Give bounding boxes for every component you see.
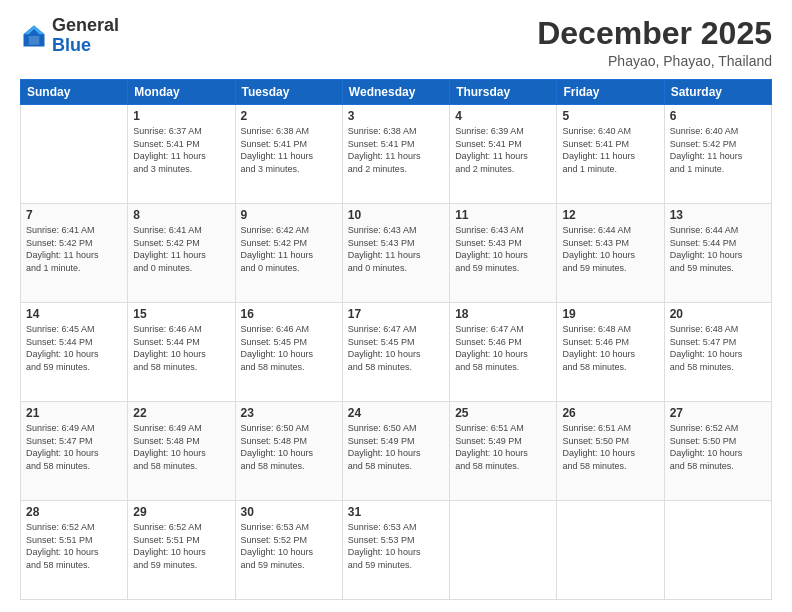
calendar-cell: 17Sunrise: 6:47 AMSunset: 5:45 PMDayligh… [342,303,449,402]
svg-rect-2 [29,36,40,45]
day-info: Sunrise: 6:44 AMSunset: 5:43 PMDaylight:… [562,224,658,274]
col-header-friday: Friday [557,80,664,105]
day-number: 21 [26,406,122,420]
logo-general-text: General [52,15,119,35]
calendar-cell: 15Sunrise: 6:46 AMSunset: 5:44 PMDayligh… [128,303,235,402]
col-header-monday: Monday [128,80,235,105]
day-info: Sunrise: 6:44 AMSunset: 5:44 PMDaylight:… [670,224,766,274]
logo: General Blue [20,16,119,56]
day-number: 20 [670,307,766,321]
calendar-cell: 27Sunrise: 6:52 AMSunset: 5:50 PMDayligh… [664,402,771,501]
calendar-cell: 4Sunrise: 6:39 AMSunset: 5:41 PMDaylight… [450,105,557,204]
calendar-cell: 21Sunrise: 6:49 AMSunset: 5:47 PMDayligh… [21,402,128,501]
calendar-cell: 16Sunrise: 6:46 AMSunset: 5:45 PMDayligh… [235,303,342,402]
calendar-cell: 9Sunrise: 6:42 AMSunset: 5:42 PMDaylight… [235,204,342,303]
calendar-cell: 26Sunrise: 6:51 AMSunset: 5:50 PMDayligh… [557,402,664,501]
day-number: 1 [133,109,229,123]
calendar-cell: 28Sunrise: 6:52 AMSunset: 5:51 PMDayligh… [21,501,128,600]
day-number: 22 [133,406,229,420]
day-info: Sunrise: 6:52 AMSunset: 5:51 PMDaylight:… [26,521,122,571]
calendar-cell: 22Sunrise: 6:49 AMSunset: 5:48 PMDayligh… [128,402,235,501]
calendar-table: SundayMondayTuesdayWednesdayThursdayFrid… [20,79,772,600]
day-number: 2 [241,109,337,123]
day-info: Sunrise: 6:49 AMSunset: 5:48 PMDaylight:… [133,422,229,472]
day-info: Sunrise: 6:38 AMSunset: 5:41 PMDaylight:… [241,125,337,175]
day-info: Sunrise: 6:50 AMSunset: 5:48 PMDaylight:… [241,422,337,472]
calendar-cell: 2Sunrise: 6:38 AMSunset: 5:41 PMDaylight… [235,105,342,204]
day-number: 3 [348,109,444,123]
day-info: Sunrise: 6:41 AMSunset: 5:42 PMDaylight:… [26,224,122,274]
logo-icon [20,22,48,50]
calendar-cell: 7Sunrise: 6:41 AMSunset: 5:42 PMDaylight… [21,204,128,303]
day-info: Sunrise: 6:48 AMSunset: 5:46 PMDaylight:… [562,323,658,373]
calendar-cell [557,501,664,600]
day-number: 7 [26,208,122,222]
day-info: Sunrise: 6:41 AMSunset: 5:42 PMDaylight:… [133,224,229,274]
col-header-thursday: Thursday [450,80,557,105]
title-block: December 2025 Phayao, Phayao, Thailand [537,16,772,69]
calendar-cell [21,105,128,204]
week-row-2: 7Sunrise: 6:41 AMSunset: 5:42 PMDaylight… [21,204,772,303]
day-info: Sunrise: 6:53 AMSunset: 5:52 PMDaylight:… [241,521,337,571]
calendar-cell: 24Sunrise: 6:50 AMSunset: 5:49 PMDayligh… [342,402,449,501]
day-number: 29 [133,505,229,519]
day-info: Sunrise: 6:39 AMSunset: 5:41 PMDaylight:… [455,125,551,175]
col-header-tuesday: Tuesday [235,80,342,105]
calendar-cell: 1Sunrise: 6:37 AMSunset: 5:41 PMDaylight… [128,105,235,204]
day-info: Sunrise: 6:43 AMSunset: 5:43 PMDaylight:… [455,224,551,274]
day-number: 25 [455,406,551,420]
day-info: Sunrise: 6:40 AMSunset: 5:41 PMDaylight:… [562,125,658,175]
week-row-3: 14Sunrise: 6:45 AMSunset: 5:44 PMDayligh… [21,303,772,402]
calendar-cell: 3Sunrise: 6:38 AMSunset: 5:41 PMDaylight… [342,105,449,204]
logo-text: General Blue [52,16,119,56]
day-info: Sunrise: 6:46 AMSunset: 5:44 PMDaylight:… [133,323,229,373]
day-info: Sunrise: 6:52 AMSunset: 5:50 PMDaylight:… [670,422,766,472]
day-number: 13 [670,208,766,222]
day-number: 5 [562,109,658,123]
day-info: Sunrise: 6:42 AMSunset: 5:42 PMDaylight:… [241,224,337,274]
day-info: Sunrise: 6:38 AMSunset: 5:41 PMDaylight:… [348,125,444,175]
day-info: Sunrise: 6:47 AMSunset: 5:46 PMDaylight:… [455,323,551,373]
day-number: 16 [241,307,337,321]
day-number: 14 [26,307,122,321]
day-number: 24 [348,406,444,420]
day-info: Sunrise: 6:49 AMSunset: 5:47 PMDaylight:… [26,422,122,472]
week-row-1: 1Sunrise: 6:37 AMSunset: 5:41 PMDaylight… [21,105,772,204]
month-title: December 2025 [537,16,772,51]
day-number: 31 [348,505,444,519]
day-info: Sunrise: 6:40 AMSunset: 5:42 PMDaylight:… [670,125,766,175]
calendar-cell: 31Sunrise: 6:53 AMSunset: 5:53 PMDayligh… [342,501,449,600]
day-number: 19 [562,307,658,321]
calendar-cell: 29Sunrise: 6:52 AMSunset: 5:51 PMDayligh… [128,501,235,600]
day-info: Sunrise: 6:53 AMSunset: 5:53 PMDaylight:… [348,521,444,571]
day-number: 9 [241,208,337,222]
calendar-cell: 18Sunrise: 6:47 AMSunset: 5:46 PMDayligh… [450,303,557,402]
day-number: 8 [133,208,229,222]
week-row-5: 28Sunrise: 6:52 AMSunset: 5:51 PMDayligh… [21,501,772,600]
col-header-sunday: Sunday [21,80,128,105]
calendar-cell: 5Sunrise: 6:40 AMSunset: 5:41 PMDaylight… [557,105,664,204]
calendar-cell: 19Sunrise: 6:48 AMSunset: 5:46 PMDayligh… [557,303,664,402]
day-info: Sunrise: 6:48 AMSunset: 5:47 PMDaylight:… [670,323,766,373]
day-number: 23 [241,406,337,420]
day-number: 15 [133,307,229,321]
calendar-cell: 30Sunrise: 6:53 AMSunset: 5:52 PMDayligh… [235,501,342,600]
calendar-cell: 13Sunrise: 6:44 AMSunset: 5:44 PMDayligh… [664,204,771,303]
day-number: 27 [670,406,766,420]
day-number: 30 [241,505,337,519]
calendar-cell: 14Sunrise: 6:45 AMSunset: 5:44 PMDayligh… [21,303,128,402]
day-info: Sunrise: 6:51 AMSunset: 5:50 PMDaylight:… [562,422,658,472]
calendar-cell: 20Sunrise: 6:48 AMSunset: 5:47 PMDayligh… [664,303,771,402]
day-info: Sunrise: 6:45 AMSunset: 5:44 PMDaylight:… [26,323,122,373]
day-number: 6 [670,109,766,123]
day-info: Sunrise: 6:52 AMSunset: 5:51 PMDaylight:… [133,521,229,571]
header: General Blue December 2025 Phayao, Phaya… [20,16,772,69]
calendar-cell: 11Sunrise: 6:43 AMSunset: 5:43 PMDayligh… [450,204,557,303]
day-number: 26 [562,406,658,420]
calendar-cell: 12Sunrise: 6:44 AMSunset: 5:43 PMDayligh… [557,204,664,303]
calendar-cell: 8Sunrise: 6:41 AMSunset: 5:42 PMDaylight… [128,204,235,303]
week-row-4: 21Sunrise: 6:49 AMSunset: 5:47 PMDayligh… [21,402,772,501]
day-info: Sunrise: 6:37 AMSunset: 5:41 PMDaylight:… [133,125,229,175]
day-number: 12 [562,208,658,222]
calendar-cell [664,501,771,600]
